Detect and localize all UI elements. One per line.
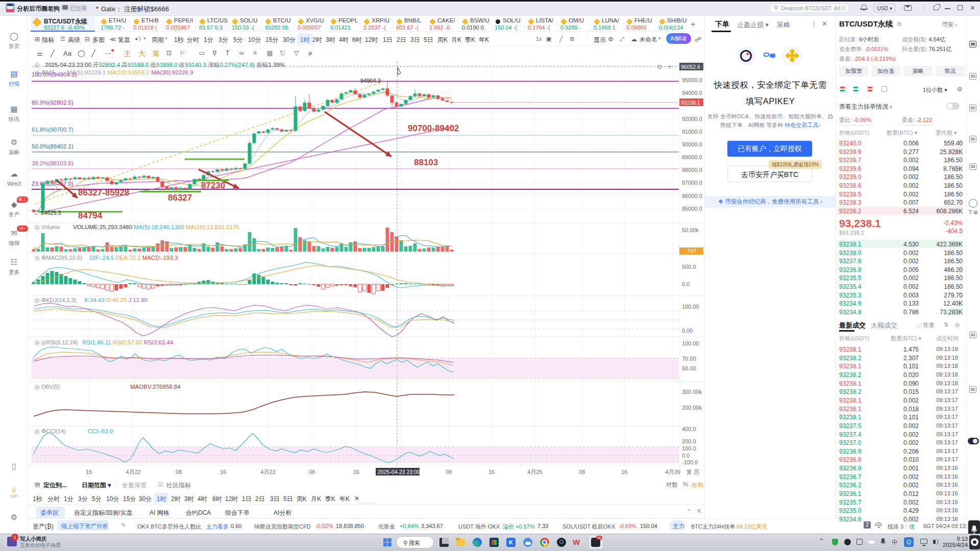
svg-text:85000.0: 85000.0: [682, 206, 702, 212]
svg-text:50.0%(89402.1): 50.0%(89402.1): [32, 143, 74, 149]
svg-text:◎ OBV(5): ◎ OBV(5): [35, 384, 60, 390]
svg-text:95000.0: 95000.0: [682, 77, 702, 83]
svg-text:15: 15: [86, 469, 92, 475]
svg-text:93238.1: 93238.1: [681, 99, 700, 106]
svg-text:91000.0: 91000.0: [682, 129, 702, 135]
svg-text:86327-85928: 86327-85928: [78, 188, 129, 197]
svg-text:50.00k: 50.00k: [682, 227, 699, 233]
svg-text:61.8%(90700.7): 61.8%(90700.7): [32, 127, 74, 133]
svg-text:0.00: 0.00: [682, 328, 693, 334]
svg-text:747: 747: [687, 248, 696, 254]
svg-text:08: 08: [176, 469, 182, 475]
svg-text:← 84625.5: ← 84625.5: [34, 210, 61, 216]
svg-text:200.00k: 200.00k: [682, 405, 702, 411]
svg-text:88000.0: 88000.0: [682, 167, 702, 173]
svg-text:08: 08: [579, 469, 585, 475]
svg-text:500.0: 500.0: [682, 264, 696, 270]
svg-text:算 历: 算 历: [687, 469, 699, 475]
svg-text:4月26: 4月26: [665, 469, 680, 475]
svg-text:◎ ♻MA: ◎ ♻MA: [35, 69, 55, 76]
svg-text:96052.6: 96052.6: [681, 64, 700, 70]
svg-text:08: 08: [446, 469, 452, 475]
svg-text:◎ ◎RSI(6,12,24): ◎ ◎RSI(6,12,24): [35, 339, 78, 345]
svg-text:100.0: 100.0: [682, 445, 696, 452]
svg-text:90000.0: 90000.0: [682, 141, 702, 147]
svg-text:200.0: 200.0: [682, 438, 696, 444]
svg-text:-100.0: -100.0: [682, 459, 698, 465]
svg-text:DIF:-24.5 DEA:72.2 MACD:-193.3: DIF:-24.5 DEA:72.2 MACD:-193.3: [88, 255, 178, 261]
svg-text:◎ Volume: ◎ Volume: [35, 224, 60, 230]
svg-text:86000.0: 86000.0: [682, 193, 702, 199]
svg-text:86327: 86327: [168, 193, 192, 203]
svg-text:88103: 88103: [414, 158, 438, 167]
svg-text:⧉: ⧉: [657, 63, 662, 70]
svg-text:MA(5):93229.1 MA(10):93559.2 M: MA(5):93229.1 MA(10):93559.2 MA(30):9222…: [65, 69, 193, 76]
svg-text:4月22: 4月22: [126, 469, 140, 475]
svg-text:K:34.43 D:45.25 J:12.80: K:34.43 D:45.25 J:12.80: [83, 297, 148, 303]
svg-text:100.00: 100.00: [682, 340, 699, 346]
svg-text:87000.0: 87000.0: [682, 180, 702, 186]
svg-text:87230: 87230: [201, 181, 225, 190]
svg-text:300.00k: 300.00k: [682, 389, 702, 395]
svg-text:94000.0: 94000.0: [682, 90, 702, 96]
svg-text:2025-04-23 23:00 开92892.4 高931: 2025-04-23 23:00 开92892.4 高93188.0 低9189…: [45, 62, 285, 68]
svg-text:MAOBV:276858.84: MAOBV:276858.84: [130, 384, 181, 390]
svg-text:50.00: 50.00: [682, 365, 696, 371]
svg-text:400.0: 400.0: [682, 426, 696, 432]
svg-text:4月23: 4月23: [260, 469, 275, 475]
svg-text:CCI:-63.0: CCI:-63.0: [88, 428, 113, 434]
svg-text:92000.0: 92000.0: [682, 116, 702, 122]
svg-text:94904.3: 94904.3: [360, 78, 381, 84]
svg-text:VOLUME:25,293.3480 MA(5):18,24: VOLUME:25,293.3480 MA(5):18,246.1300 MA(…: [71, 224, 239, 230]
svg-text:◎ ♻KDJ(14,2,3): ◎ ♻KDJ(14,2,3): [35, 297, 76, 303]
svg-text:90700-89402: 90700-89402: [408, 123, 459, 133]
svg-text:16: 16: [353, 469, 359, 475]
svg-text:08: 08: [309, 469, 315, 475]
svg-text:84794: 84794: [78, 211, 103, 220]
svg-text:38.2%(88103.6): 38.2%(88103.6): [32, 160, 74, 166]
svg-text:16: 16: [621, 469, 627, 475]
svg-text:+: +: [668, 63, 672, 70]
svg-text:0.0: 0.0: [682, 281, 690, 287]
svg-text:◎: ◎: [35, 62, 40, 68]
svg-text:0.0: 0.0: [682, 453, 690, 459]
svg-text:80.9%(92802.5): 80.9%(92802.5): [32, 99, 74, 106]
svg-text:4月25: 4月25: [527, 469, 542, 475]
svg-text:◎ ♻CCI(14): ◎ ♻CCI(14): [35, 428, 66, 434]
svg-text:89000.0: 89000.0: [682, 154, 702, 160]
svg-text:100.00: 100.00: [682, 304, 699, 310]
svg-text:16: 16: [488, 469, 495, 475]
svg-text:2025-04-23 23:00: 2025-04-23 23:00: [378, 469, 420, 475]
svg-text:RSI1:46.11 RSI2:57.00 RSI3:63.: RSI1:46.11 RSI2:57.00 RSI3:63.44: [81, 339, 174, 345]
svg-text:70.00: 70.00: [682, 356, 696, 362]
svg-text:16: 16: [220, 469, 226, 475]
svg-text:◎ ♻MACD(6,10,5): ◎ ♻MACD(6,10,5): [35, 255, 82, 261]
